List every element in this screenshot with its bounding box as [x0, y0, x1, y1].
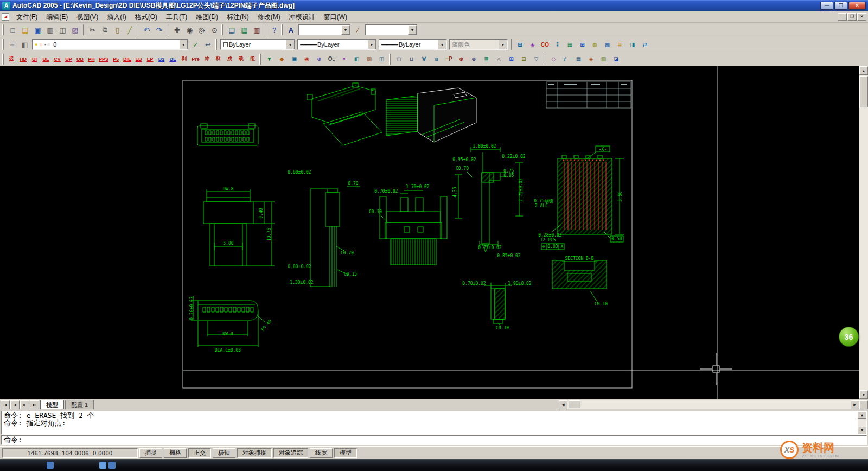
properties-icon[interactable]: ▤ — [225, 24, 238, 36]
custom-tool-button[interactable]: HD — [17, 54, 29, 65]
text-style-icon[interactable]: A — [285, 24, 297, 36]
color-combo[interactable]: ByLayer ▼ — [220, 39, 295, 50]
mdi-close-button[interactable]: ✕ — [857, 13, 866, 21]
chevron-down-icon[interactable]: ▼ — [499, 40, 507, 49]
custom-tool-button[interactable]: B2 — [156, 54, 167, 65]
custom-tool-button[interactable]: UL — [40, 54, 52, 65]
chevron-down-icon[interactable]: ▼ — [286, 40, 295, 49]
scrollbar-thumb[interactable] — [859, 76, 868, 107]
custom-tool-button[interactable]: 料 — [213, 54, 224, 65]
tool-icon[interactable]: ▩ — [601, 39, 614, 50]
tab-nav-button[interactable]: ▶| — [30, 400, 39, 409]
custom-tool-button[interactable]: LB — [133, 54, 144, 65]
layout-tab[interactable]: 模型 — [40, 400, 64, 409]
custom-tool-button[interactable]: BL — [167, 54, 178, 65]
tool-icon[interactable]: ⊓ — [393, 53, 405, 65]
scroll-down-icon[interactable]: ▼ — [859, 390, 868, 399]
tool-icon[interactable]: ◬ — [493, 53, 505, 65]
status-toggle-button[interactable]: 对象捕捉 — [237, 448, 272, 458]
status-toggle-button[interactable]: 栅格 — [164, 448, 187, 458]
menu-item[interactable]: 标注(N) — [222, 11, 253, 23]
tool-icon[interactable]: ⊟ — [518, 53, 530, 65]
tool-icon[interactable]: ⊔ — [405, 53, 418, 65]
menu-item[interactable]: 编辑(E) — [42, 11, 72, 23]
tool-icon[interactable]: ≢ — [560, 53, 572, 65]
chevron-down-icon[interactable]: ▼ — [438, 40, 446, 49]
custom-tool-button[interactable]: UI — [29, 54, 40, 65]
menu-item[interactable]: 绘图(D) — [192, 11, 222, 23]
tool-icon[interactable]: ◧ — [350, 53, 363, 65]
tool-icon[interactable]: ◨ — [626, 39, 639, 50]
tool-icon[interactable]: ▣ — [288, 53, 301, 65]
custom-tool-button[interactable]: P5 — [110, 54, 122, 65]
chevron-down-icon[interactable]: ▼ — [179, 40, 188, 49]
custom-tool-button[interactable]: 剥 — [178, 54, 190, 65]
menu-item[interactable]: 冲模设计 — [285, 11, 320, 23]
status-toggle-button[interactable]: 捕捉 — [139, 448, 162, 458]
tool-icon[interactable]: ≣ — [480, 53, 493, 65]
taskbar-icon[interactable] — [108, 462, 116, 469]
taskbar-icon[interactable] — [47, 462, 54, 469]
horizontal-scrollbar[interactable]: ◀ ▶ — [559, 400, 859, 409]
tool-icon[interactable]: CO — [539, 39, 551, 50]
tool-icon[interactable]: O., — [326, 53, 338, 65]
status-toggle-button[interactable]: 线宽 — [310, 448, 333, 458]
scroll-up-icon[interactable]: ▲ — [858, 411, 866, 419]
tool-icon[interactable]: ▧ — [597, 53, 610, 65]
tool-icon[interactable]: ◆ — [276, 53, 288, 65]
restore-button[interactable]: ❐ — [834, 2, 847, 10]
tool-icon[interactable]: ⊞ — [576, 39, 589, 50]
scroll-down-icon[interactable]: ▼ — [858, 427, 866, 434]
custom-tool-button[interactable]: CV — [52, 54, 63, 65]
drawing-canvas[interactable]: DW.89.4010.755.800.60±0.020.80±0.021.30±… — [0, 66, 859, 399]
tool-icon[interactable]: ≣ — [614, 39, 626, 50]
custom-tool-button[interactable]: LP — [144, 54, 156, 65]
dim-style-combo[interactable]: ▼ — [365, 24, 417, 35]
publish-icon[interactable]: ▨ — [68, 24, 81, 36]
vertical-scrollbar[interactable]: ▲ ▼ — [859, 66, 868, 399]
layer-combo[interactable]: ●☼▪■ 0 ▼ — [32, 39, 188, 50]
layer-previous-icon[interactable]: ↩ — [202, 39, 214, 50]
tool-icon[interactable]: ▦ — [572, 53, 585, 65]
plot-icon[interactable]: ▥ — [43, 24, 56, 36]
scroll-right-icon[interactable]: ▶ — [851, 400, 859, 409]
tool-icon[interactable]: ◈ — [526, 39, 539, 50]
command-prompt[interactable]: 命令: — [1, 435, 867, 445]
zoom-window-icon[interactable]: ◎ ▾ — [195, 24, 208, 36]
make-object-layer-current-icon[interactable]: ✓ — [189, 39, 202, 50]
tool-icon[interactable]: ◉ — [301, 53, 313, 65]
status-toggle-button[interactable]: 极轴 — [213, 448, 235, 458]
cut-icon[interactable]: ✂ — [86, 24, 98, 36]
toolbar-grip[interactable] — [2, 54, 4, 65]
tab-nav-button[interactable]: |◀ — [1, 400, 10, 409]
taskbar-icon[interactable] — [99, 462, 106, 469]
custom-tool-button[interactable]: 迟 — [6, 54, 17, 65]
zoom-realtime-icon[interactable]: ◉ — [183, 24, 195, 36]
mdi-restore-button[interactable]: ❐ — [847, 13, 857, 21]
scrollbar-thumb[interactable] — [569, 400, 580, 408]
linetype-combo[interactable]: ——— ByLayer ▼ — [297, 39, 376, 50]
custom-tool-button[interactable]: UB — [74, 54, 86, 65]
custom-tool-button[interactable]: 成 — [224, 54, 235, 65]
custom-tool-button[interactable]: 组 — [247, 54, 258, 65]
status-toggle-button[interactable]: 对象追踪 — [273, 448, 308, 458]
match-properties-icon[interactable]: ╱ — [123, 24, 136, 36]
tool-icon[interactable]: ✦ — [338, 53, 350, 65]
tool-icon[interactable]: ⊗ — [468, 53, 480, 65]
layer-properties-icon[interactable]: ≣ — [6, 39, 18, 50]
plotstyle-combo[interactable]: 随颜色 ▼ — [449, 39, 508, 50]
save-icon[interactable]: ▣ — [31, 24, 43, 36]
lineweight-combo[interactable]: ——— ByLayer ▼ — [379, 39, 447, 50]
tool-icon[interactable]: ▦ — [564, 39, 576, 50]
help-icon[interactable]: ? — [267, 24, 280, 36]
custom-tool-button[interactable]: 冲 — [201, 54, 213, 65]
mdi-minimize-button[interactable]: — — [838, 13, 847, 21]
layout-tab[interactable]: 配置 1 — [65, 400, 94, 409]
tool-icon[interactable]: ≡P — [443, 53, 455, 65]
custom-tool-button[interactable]: Pre — [190, 54, 201, 65]
menu-item[interactable]: 修改(M) — [253, 11, 285, 23]
tool-icon[interactable]: ≋ — [430, 53, 443, 65]
app-icon[interactable]: A — [2, 2, 10, 10]
tool-icon[interactable]: ⊕ — [313, 53, 326, 65]
undo-icon[interactable]: ↶ ▾ — [141, 24, 153, 36]
